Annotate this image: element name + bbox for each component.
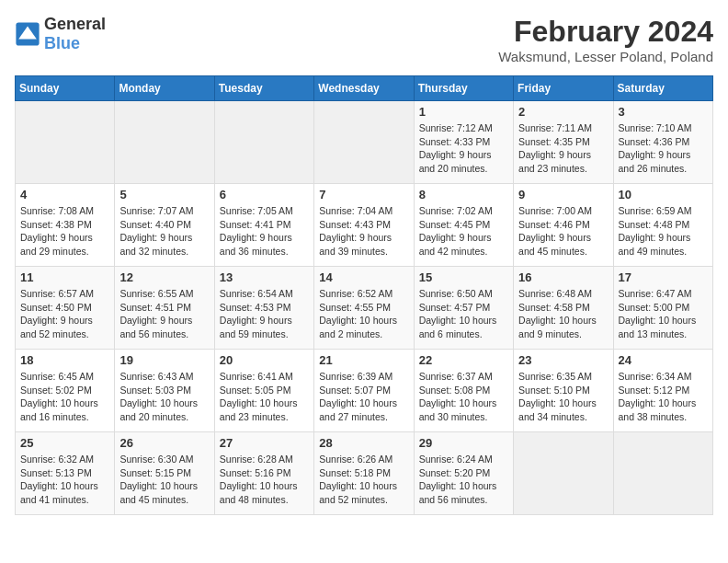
calendar-cell: 26Sunrise: 6:30 AMSunset: 5:15 PMDayligh… xyxy=(115,432,214,515)
day-info: Sunrise: 6:59 AMSunset: 4:48 PMDaylight:… xyxy=(619,204,708,259)
day-info: Sunrise: 7:12 AMSunset: 4:33 PMDaylight:… xyxy=(419,121,508,176)
calendar-cell: 10Sunrise: 6:59 AMSunset: 4:48 PMDayligh… xyxy=(613,184,712,267)
day-number: 24 xyxy=(619,353,708,367)
calendar-cell: 19Sunrise: 6:43 AMSunset: 5:03 PMDayligh… xyxy=(115,350,214,432)
calendar-week-4: 18Sunrise: 6:45 AMSunset: 5:02 PMDayligh… xyxy=(16,350,713,432)
header-saturday: Saturday xyxy=(613,76,712,101)
day-number: 17 xyxy=(619,270,708,284)
calendar-cell: 14Sunrise: 6:52 AMSunset: 4:55 PMDayligh… xyxy=(314,267,414,350)
calendar-header: Sunday Monday Tuesday Wednesday Thursday… xyxy=(16,76,713,101)
header-sunday: Sunday xyxy=(16,76,115,101)
calendar-cell: 17Sunrise: 6:47 AMSunset: 5:00 PMDayligh… xyxy=(613,267,712,350)
day-number: 14 xyxy=(319,270,408,284)
calendar-title: February 2024 xyxy=(498,15,713,49)
calendar-cell: 21Sunrise: 6:39 AMSunset: 5:07 PMDayligh… xyxy=(314,350,414,432)
day-number: 12 xyxy=(119,270,209,284)
calendar-cell: 16Sunrise: 6:48 AMSunset: 4:58 PMDayligh… xyxy=(514,267,613,350)
calendar-cell: 4Sunrise: 7:08 AMSunset: 4:38 PMDaylight… xyxy=(16,184,115,267)
day-number: 3 xyxy=(619,105,708,119)
day-info: Sunrise: 7:02 AMSunset: 4:45 PMDaylight:… xyxy=(419,204,508,259)
day-number: 11 xyxy=(20,270,109,284)
header-tuesday: Tuesday xyxy=(214,76,313,101)
calendar-table: Sunday Monday Tuesday Wednesday Thursday… xyxy=(15,75,713,515)
calendar-week-5: 25Sunrise: 6:32 AMSunset: 5:13 PMDayligh… xyxy=(16,432,713,515)
logo-icon xyxy=(15,21,40,47)
day-number: 2 xyxy=(518,105,608,119)
day-info: Sunrise: 6:24 AMSunset: 5:20 PMDaylight:… xyxy=(419,453,508,507)
header-wednesday: Wednesday xyxy=(314,76,414,101)
day-info: Sunrise: 7:04 AMSunset: 4:43 PMDaylight:… xyxy=(319,204,408,259)
calendar-cell: 5Sunrise: 7:07 AMSunset: 4:40 PMDaylight… xyxy=(115,184,214,267)
header-thursday: Thursday xyxy=(414,76,513,101)
calendar-cell: 2Sunrise: 7:11 AMSunset: 4:35 PMDaylight… xyxy=(514,101,613,184)
calendar-cell: 6Sunrise: 7:05 AMSunset: 4:41 PMDaylight… xyxy=(214,184,313,267)
header-monday: Monday xyxy=(115,76,214,101)
day-info: Sunrise: 6:47 AMSunset: 5:00 PMDaylight:… xyxy=(619,287,708,341)
day-info: Sunrise: 6:57 AMSunset: 4:50 PMDaylight:… xyxy=(20,287,109,341)
calendar-cell: 22Sunrise: 6:37 AMSunset: 5:08 PMDayligh… xyxy=(414,350,513,432)
day-info: Sunrise: 7:05 AMSunset: 4:41 PMDaylight:… xyxy=(220,204,309,259)
day-number: 26 xyxy=(119,436,209,450)
day-info: Sunrise: 6:48 AMSunset: 4:58 PMDaylight:… xyxy=(518,287,608,341)
day-number: 15 xyxy=(419,270,508,284)
day-info: Sunrise: 6:39 AMSunset: 5:07 PMDaylight:… xyxy=(319,370,408,424)
day-info: Sunrise: 6:28 AMSunset: 5:16 PMDaylight:… xyxy=(220,453,309,507)
day-number: 21 xyxy=(319,353,408,367)
calendar-cell xyxy=(16,101,115,184)
day-number: 23 xyxy=(518,353,608,367)
day-info: Sunrise: 6:34 AMSunset: 5:12 PMDaylight:… xyxy=(619,370,708,424)
calendar-cell: 27Sunrise: 6:28 AMSunset: 5:16 PMDayligh… xyxy=(214,432,313,515)
day-info: Sunrise: 7:07 AMSunset: 4:40 PMDaylight:… xyxy=(119,204,209,259)
day-number: 16 xyxy=(518,270,608,284)
calendar-cell: 20Sunrise: 6:41 AMSunset: 5:05 PMDayligh… xyxy=(214,350,313,432)
calendar-cell: 9Sunrise: 7:00 AMSunset: 4:46 PMDaylight… xyxy=(514,184,613,267)
day-info: Sunrise: 7:00 AMSunset: 4:46 PMDaylight:… xyxy=(518,204,608,259)
calendar-cell: 7Sunrise: 7:04 AMSunset: 4:43 PMDaylight… xyxy=(314,184,414,267)
calendar-cell: 25Sunrise: 6:32 AMSunset: 5:13 PMDayligh… xyxy=(16,432,115,515)
page-header: General Blue February 2024 Waksmund, Les… xyxy=(15,15,713,64)
day-number: 29 xyxy=(419,436,508,450)
day-info: Sunrise: 6:52 AMSunset: 4:55 PMDaylight:… xyxy=(319,287,408,341)
calendar-cell: 8Sunrise: 7:02 AMSunset: 4:45 PMDaylight… xyxy=(414,184,513,267)
day-number: 22 xyxy=(419,353,508,367)
logo-text-blue: Blue xyxy=(44,34,80,52)
day-number: 10 xyxy=(619,188,708,201)
day-info: Sunrise: 7:08 AMSunset: 4:38 PMDaylight:… xyxy=(20,204,109,259)
logo: General Blue xyxy=(15,15,106,53)
calendar-cell: 13Sunrise: 6:54 AMSunset: 4:53 PMDayligh… xyxy=(214,267,313,350)
calendar-cell: 15Sunrise: 6:50 AMSunset: 4:57 PMDayligh… xyxy=(414,267,513,350)
day-number: 1 xyxy=(419,105,508,119)
calendar-cell: 11Sunrise: 6:57 AMSunset: 4:50 PMDayligh… xyxy=(16,267,115,350)
day-number: 20 xyxy=(220,353,309,367)
day-info: Sunrise: 6:45 AMSunset: 5:02 PMDaylight:… xyxy=(20,370,109,424)
day-number: 25 xyxy=(20,436,109,450)
calendar-cell: 29Sunrise: 6:24 AMSunset: 5:20 PMDayligh… xyxy=(414,432,513,515)
day-info: Sunrise: 6:41 AMSunset: 5:05 PMDaylight:… xyxy=(220,370,309,424)
day-info: Sunrise: 6:37 AMSunset: 5:08 PMDaylight:… xyxy=(419,370,508,424)
day-number: 5 xyxy=(119,188,209,201)
calendar-body: 1Sunrise: 7:12 AMSunset: 4:33 PMDaylight… xyxy=(16,101,713,515)
calendar-week-3: 11Sunrise: 6:57 AMSunset: 4:50 PMDayligh… xyxy=(16,267,713,350)
day-info: Sunrise: 6:55 AMSunset: 4:51 PMDaylight:… xyxy=(119,287,209,341)
day-info: Sunrise: 7:11 AMSunset: 4:35 PMDaylight:… xyxy=(518,121,608,176)
day-number: 7 xyxy=(319,188,408,201)
day-info: Sunrise: 6:32 AMSunset: 5:13 PMDaylight:… xyxy=(20,453,109,507)
calendar-cell xyxy=(613,432,712,515)
day-info: Sunrise: 6:43 AMSunset: 5:03 PMDaylight:… xyxy=(119,370,209,424)
day-number: 4 xyxy=(20,188,109,201)
day-number: 19 xyxy=(119,353,209,367)
calendar-subtitle: Waksmund, Lesser Poland, Poland xyxy=(498,49,713,64)
calendar-cell xyxy=(214,101,313,184)
day-number: 6 xyxy=(220,188,309,201)
day-info: Sunrise: 6:50 AMSunset: 4:57 PMDaylight:… xyxy=(419,287,508,341)
calendar-cell: 12Sunrise: 6:55 AMSunset: 4:51 PMDayligh… xyxy=(115,267,214,350)
calendar-cell xyxy=(514,432,613,515)
weekday-header-row: Sunday Monday Tuesday Wednesday Thursday… xyxy=(16,76,713,101)
calendar-cell: 18Sunrise: 6:45 AMSunset: 5:02 PMDayligh… xyxy=(16,350,115,432)
calendar-cell: 23Sunrise: 6:35 AMSunset: 5:10 PMDayligh… xyxy=(514,350,613,432)
calendar-week-1: 1Sunrise: 7:12 AMSunset: 4:33 PMDaylight… xyxy=(16,101,713,184)
calendar-week-2: 4Sunrise: 7:08 AMSunset: 4:38 PMDaylight… xyxy=(16,184,713,267)
calendar-cell: 1Sunrise: 7:12 AMSunset: 4:33 PMDaylight… xyxy=(414,101,513,184)
calendar-cell: 28Sunrise: 6:26 AMSunset: 5:18 PMDayligh… xyxy=(314,432,414,515)
day-info: Sunrise: 6:30 AMSunset: 5:15 PMDaylight:… xyxy=(119,453,209,507)
